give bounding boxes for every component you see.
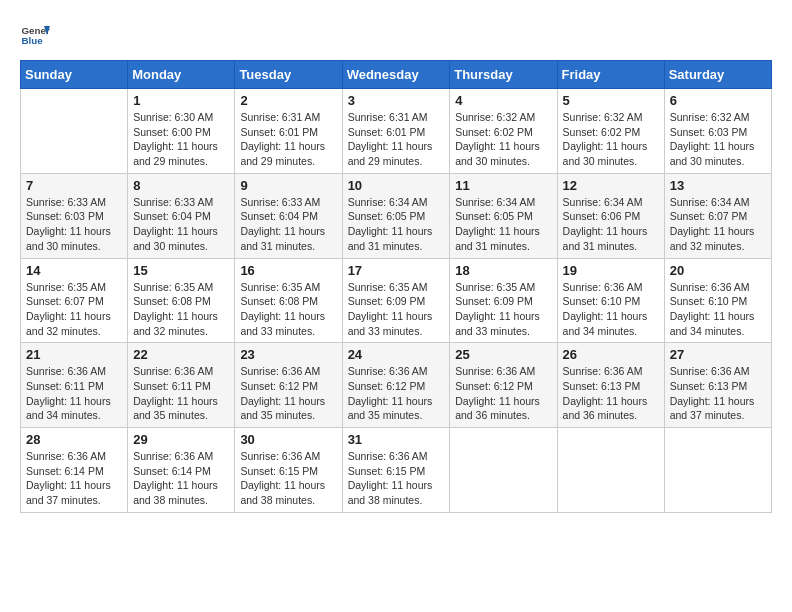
calendar-header: SundayMondayTuesdayWednesdayThursdayFrid… (21, 61, 772, 89)
calendar-cell: 1Sunrise: 6:30 AMSunset: 6:00 PMDaylight… (128, 89, 235, 174)
weekday-header: Sunday (21, 61, 128, 89)
calendar-cell: 4Sunrise: 6:32 AMSunset: 6:02 PMDaylight… (450, 89, 557, 174)
calendar-cell: 27Sunrise: 6:36 AMSunset: 6:13 PMDayligh… (664, 343, 771, 428)
calendar-cell: 23Sunrise: 6:36 AMSunset: 6:12 PMDayligh… (235, 343, 342, 428)
weekday-header: Wednesday (342, 61, 450, 89)
day-info: Sunrise: 6:36 AMSunset: 6:12 PMDaylight:… (240, 364, 336, 423)
day-number: 15 (133, 263, 229, 278)
day-info: Sunrise: 6:33 AMSunset: 6:03 PMDaylight:… (26, 195, 122, 254)
day-info: Sunrise: 6:34 AMSunset: 6:07 PMDaylight:… (670, 195, 766, 254)
day-info: Sunrise: 6:34 AMSunset: 6:05 PMDaylight:… (455, 195, 551, 254)
day-number: 17 (348, 263, 445, 278)
day-number: 4 (455, 93, 551, 108)
calendar-cell: 3Sunrise: 6:31 AMSunset: 6:01 PMDaylight… (342, 89, 450, 174)
day-info: Sunrise: 6:36 AMSunset: 6:11 PMDaylight:… (133, 364, 229, 423)
day-info: Sunrise: 6:31 AMSunset: 6:01 PMDaylight:… (348, 110, 445, 169)
day-info: Sunrise: 6:36 AMSunset: 6:10 PMDaylight:… (563, 280, 659, 339)
day-info: Sunrise: 6:32 AMSunset: 6:03 PMDaylight:… (670, 110, 766, 169)
day-info: Sunrise: 6:33 AMSunset: 6:04 PMDaylight:… (133, 195, 229, 254)
page-header: General Blue (20, 20, 772, 50)
calendar-cell: 30Sunrise: 6:36 AMSunset: 6:15 PMDayligh… (235, 428, 342, 513)
day-number: 21 (26, 347, 122, 362)
calendar-cell: 10Sunrise: 6:34 AMSunset: 6:05 PMDayligh… (342, 173, 450, 258)
calendar-cell: 21Sunrise: 6:36 AMSunset: 6:11 PMDayligh… (21, 343, 128, 428)
calendar-cell: 22Sunrise: 6:36 AMSunset: 6:11 PMDayligh… (128, 343, 235, 428)
day-number: 10 (348, 178, 445, 193)
logo-icon: General Blue (20, 20, 50, 50)
calendar-table: SundayMondayTuesdayWednesdayThursdayFrid… (20, 60, 772, 513)
day-number: 26 (563, 347, 659, 362)
logo: General Blue (20, 20, 50, 50)
calendar-cell: 6Sunrise: 6:32 AMSunset: 6:03 PMDaylight… (664, 89, 771, 174)
calendar-cell: 29Sunrise: 6:36 AMSunset: 6:14 PMDayligh… (128, 428, 235, 513)
svg-text:Blue: Blue (22, 35, 44, 46)
day-number: 11 (455, 178, 551, 193)
day-info: Sunrise: 6:36 AMSunset: 6:15 PMDaylight:… (348, 449, 445, 508)
day-number: 1 (133, 93, 229, 108)
day-number: 19 (563, 263, 659, 278)
day-number: 9 (240, 178, 336, 193)
day-number: 29 (133, 432, 229, 447)
calendar-cell: 20Sunrise: 6:36 AMSunset: 6:10 PMDayligh… (664, 258, 771, 343)
day-info: Sunrise: 6:32 AMSunset: 6:02 PMDaylight:… (563, 110, 659, 169)
day-info: Sunrise: 6:36 AMSunset: 6:12 PMDaylight:… (455, 364, 551, 423)
day-info: Sunrise: 6:34 AMSunset: 6:05 PMDaylight:… (348, 195, 445, 254)
day-number: 28 (26, 432, 122, 447)
day-number: 30 (240, 432, 336, 447)
day-info: Sunrise: 6:36 AMSunset: 6:14 PMDaylight:… (26, 449, 122, 508)
day-info: Sunrise: 6:32 AMSunset: 6:02 PMDaylight:… (455, 110, 551, 169)
day-info: Sunrise: 6:35 AMSunset: 6:08 PMDaylight:… (240, 280, 336, 339)
calendar-cell: 31Sunrise: 6:36 AMSunset: 6:15 PMDayligh… (342, 428, 450, 513)
calendar-cell: 26Sunrise: 6:36 AMSunset: 6:13 PMDayligh… (557, 343, 664, 428)
calendar-cell: 2Sunrise: 6:31 AMSunset: 6:01 PMDaylight… (235, 89, 342, 174)
day-number: 2 (240, 93, 336, 108)
calendar-cell: 14Sunrise: 6:35 AMSunset: 6:07 PMDayligh… (21, 258, 128, 343)
calendar-cell: 8Sunrise: 6:33 AMSunset: 6:04 PMDaylight… (128, 173, 235, 258)
weekday-header: Thursday (450, 61, 557, 89)
day-info: Sunrise: 6:33 AMSunset: 6:04 PMDaylight:… (240, 195, 336, 254)
weekday-header: Tuesday (235, 61, 342, 89)
day-info: Sunrise: 6:34 AMSunset: 6:06 PMDaylight:… (563, 195, 659, 254)
calendar-cell: 25Sunrise: 6:36 AMSunset: 6:12 PMDayligh… (450, 343, 557, 428)
calendar-cell (450, 428, 557, 513)
calendar-cell: 7Sunrise: 6:33 AMSunset: 6:03 PMDaylight… (21, 173, 128, 258)
calendar-cell: 12Sunrise: 6:34 AMSunset: 6:06 PMDayligh… (557, 173, 664, 258)
calendar-cell: 15Sunrise: 6:35 AMSunset: 6:08 PMDayligh… (128, 258, 235, 343)
calendar-cell: 24Sunrise: 6:36 AMSunset: 6:12 PMDayligh… (342, 343, 450, 428)
calendar-cell: 11Sunrise: 6:34 AMSunset: 6:05 PMDayligh… (450, 173, 557, 258)
day-number: 8 (133, 178, 229, 193)
calendar-cell: 13Sunrise: 6:34 AMSunset: 6:07 PMDayligh… (664, 173, 771, 258)
day-info: Sunrise: 6:36 AMSunset: 6:13 PMDaylight:… (670, 364, 766, 423)
day-number: 31 (348, 432, 445, 447)
day-number: 22 (133, 347, 229, 362)
day-number: 25 (455, 347, 551, 362)
day-info: Sunrise: 6:30 AMSunset: 6:00 PMDaylight:… (133, 110, 229, 169)
day-number: 3 (348, 93, 445, 108)
day-info: Sunrise: 6:36 AMSunset: 6:15 PMDaylight:… (240, 449, 336, 508)
calendar-cell: 19Sunrise: 6:36 AMSunset: 6:10 PMDayligh… (557, 258, 664, 343)
day-info: Sunrise: 6:36 AMSunset: 6:14 PMDaylight:… (133, 449, 229, 508)
calendar-cell: 28Sunrise: 6:36 AMSunset: 6:14 PMDayligh… (21, 428, 128, 513)
day-number: 23 (240, 347, 336, 362)
day-info: Sunrise: 6:31 AMSunset: 6:01 PMDaylight:… (240, 110, 336, 169)
day-info: Sunrise: 6:35 AMSunset: 6:09 PMDaylight:… (348, 280, 445, 339)
day-number: 13 (670, 178, 766, 193)
weekday-header: Saturday (664, 61, 771, 89)
day-number: 16 (240, 263, 336, 278)
day-info: Sunrise: 6:36 AMSunset: 6:13 PMDaylight:… (563, 364, 659, 423)
weekday-header: Friday (557, 61, 664, 89)
day-number: 24 (348, 347, 445, 362)
day-info: Sunrise: 6:36 AMSunset: 6:10 PMDaylight:… (670, 280, 766, 339)
calendar-cell: 5Sunrise: 6:32 AMSunset: 6:02 PMDaylight… (557, 89, 664, 174)
day-info: Sunrise: 6:36 AMSunset: 6:12 PMDaylight:… (348, 364, 445, 423)
day-number: 12 (563, 178, 659, 193)
calendar-cell (21, 89, 128, 174)
day-info: Sunrise: 6:35 AMSunset: 6:08 PMDaylight:… (133, 280, 229, 339)
day-info: Sunrise: 6:36 AMSunset: 6:11 PMDaylight:… (26, 364, 122, 423)
weekday-header: Monday (128, 61, 235, 89)
calendar-cell (664, 428, 771, 513)
day-number: 18 (455, 263, 551, 278)
calendar-cell: 16Sunrise: 6:35 AMSunset: 6:08 PMDayligh… (235, 258, 342, 343)
day-number: 27 (670, 347, 766, 362)
day-number: 14 (26, 263, 122, 278)
